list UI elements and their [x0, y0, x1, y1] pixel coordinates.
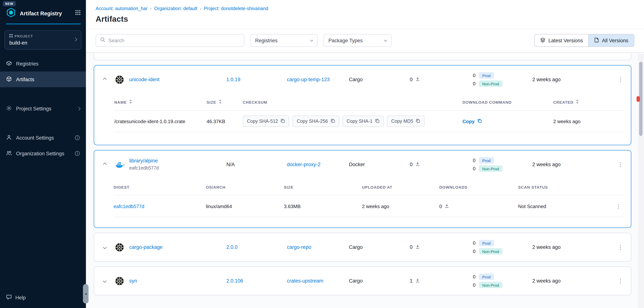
column-header: OS/ARCH	[206, 185, 226, 189]
download-icon	[415, 77, 420, 82]
files-table: NAME SIZE CHECKSUM DOWNLOAD COMMAND CREA…	[94, 94, 631, 145]
sidebar-item-project-settings[interactable]: Project Settings	[0, 101, 86, 116]
artifact-registry-link[interactable]: docker-proxy-2	[287, 162, 320, 167]
latest-versions-label: Latest Versions	[548, 38, 583, 43]
row-menu-button[interactable]: ⋮	[614, 243, 627, 251]
filters-toolbar: Registries Package Types Latest Versions…	[86, 29, 644, 53]
sidebar-collapse-handle[interactable]: ◂	[83, 284, 88, 303]
row-menu-button[interactable]: ⋮	[614, 277, 627, 285]
column-header: UPLOADED AT	[362, 185, 392, 189]
sidebar-item-artifacts[interactable]: Artifacts	[0, 71, 86, 87]
artifact-version-link[interactable]: 1.0.19	[226, 77, 240, 82]
sidebar-item-organization-settings[interactable]: Organization Settings	[0, 145, 86, 161]
package-type: Cargo	[349, 244, 363, 250]
info-icon	[75, 135, 80, 140]
digest-link[interactable]: eafc1edb577d	[114, 203, 144, 209]
copy-sha1-button[interactable]: Copy SHA-1	[342, 116, 384, 127]
breadcrumb-organization-link[interactable]: Organization: default	[154, 6, 197, 12]
chevron-down-icon	[310, 38, 313, 42]
copy-link-label: Copy	[462, 119, 474, 124]
organization-icon	[6, 150, 12, 157]
non-prod-count: 0	[472, 81, 476, 86]
file-name: /cratesunicode-ident-1.0.19.crate	[114, 118, 206, 124]
sort-icon[interactable]	[576, 99, 579, 105]
help-chat-icon	[6, 294, 12, 301]
row-menu-button[interactable]: ⋮	[614, 160, 627, 169]
copy-download-command-link[interactable]: Copy	[462, 119, 482, 124]
chevron-right-icon	[77, 107, 80, 110]
artifact-name-link[interactable]: cargo-package	[129, 244, 163, 250]
artifact-name-link[interactable]: unicode-ident	[129, 77, 160, 82]
prod-badge: Prod	[479, 274, 494, 280]
sidebar-item-label: Account Settings	[16, 135, 54, 140]
breadcrumb-separator: ›	[200, 6, 201, 12]
artifact-version: N/A	[226, 162, 235, 167]
artifact-registry-link[interactable]: crates-upstream	[287, 278, 323, 284]
copy-icon	[330, 118, 335, 124]
artifact-registry-link[interactable]: cargo-repo	[287, 244, 311, 250]
breadcrumb-account-link[interactable]: Account: automation_har	[96, 6, 148, 12]
breadcrumb-project-link[interactable]: Project: donotdelete-shivanand	[204, 6, 268, 12]
vertical-scrollbar[interactable]	[638, 54, 644, 308]
copy-sha256-button[interactable]: Copy SHA-256	[293, 116, 339, 127]
page-header: Account: automation_har › Organization: …	[86, 0, 644, 29]
sidebar-item-registries[interactable]: Registries	[0, 56, 86, 71]
row-menu-button[interactable]: ⋮	[614, 75, 627, 84]
created-time: 2 weeks ago	[532, 278, 561, 284]
package-type: Cargo	[349, 77, 363, 82]
scrollbar-red-marker	[636, 96, 640, 102]
partially-visible-card	[94, 53, 631, 60]
artifact-registry-link[interactable]: cargo-up-temp-123	[287, 77, 330, 82]
chevron-up-icon	[103, 78, 106, 81]
non-prod-badge: Non-Prod	[479, 166, 502, 172]
chevron-up-icon	[103, 163, 106, 166]
artifact-name-link[interactable]: library/alpine	[129, 158, 158, 164]
artifact-version-link[interactable]: 2.0.0	[226, 244, 238, 250]
download-count: 0	[410, 162, 412, 167]
artifact-card-unicode-ident: unicode-ident 1.0.19 cargo-up-temp-123 C…	[94, 65, 631, 145]
collapse-row-button[interactable]	[100, 160, 110, 169]
row-menu-button[interactable]: ⋮	[612, 202, 625, 210]
download-count: 1	[410, 278, 412, 284]
prod-count: 0	[472, 274, 476, 279]
artifact-row: library/alpine eafc1edb577d N/A docker-p…	[94, 150, 631, 179]
sidebar-item-account-settings[interactable]: Account Settings	[0, 130, 86, 145]
artifact-registry-logo-icon[interactable]	[6, 8, 16, 19]
info-icon	[75, 151, 80, 156]
created-time: 2 weeks ago	[532, 77, 561, 82]
registries-filter-dropdown[interactable]: Registries	[250, 34, 318, 47]
project-selector[interactable]: PROJECT build-en	[4, 30, 82, 50]
prod-count: 0	[472, 240, 476, 246]
artifact-version-link[interactable]: 2.0.106	[226, 278, 243, 284]
non-prod-count: 0	[472, 166, 476, 171]
column-header: NAME	[114, 100, 127, 104]
collapse-row-button[interactable]	[100, 75, 110, 84]
column-header: CHECKSUM	[243, 100, 267, 104]
expand-row-button[interactable]	[100, 242, 110, 252]
cargo-package-icon	[115, 276, 129, 285]
sort-icon[interactable]	[129, 99, 132, 105]
artifact-row: unicode-ident 1.0.19 cargo-up-temp-123 C…	[94, 66, 631, 94]
download-count: 0	[410, 244, 412, 250]
chevron-down-icon	[384, 38, 387, 42]
artifact-name-link[interactable]: syn	[129, 278, 137, 283]
sort-icon[interactable]	[218, 99, 222, 105]
sidebar-item-help[interactable]: Help	[0, 291, 32, 304]
package-type: Docker	[349, 162, 365, 167]
artifact-card-library-alpine: library/alpine eafc1edb577d N/A docker-p…	[94, 150, 631, 228]
package-types-filter-dropdown[interactable]: Package Types	[324, 34, 392, 47]
created-time: 2 weeks ago	[532, 244, 561, 250]
copy-sha512-button[interactable]: Copy SHA-512	[243, 116, 289, 127]
package-type: Cargo	[349, 278, 363, 284]
package-types-filter-label: Package Types	[328, 38, 363, 43]
sidebar: NEW Artifact Registry PROJECT build-en R…	[0, 0, 86, 308]
latest-versions-button[interactable]: Latest Versions	[534, 34, 589, 47]
all-versions-button[interactable]: All Versions	[589, 34, 634, 47]
column-header: SIZE	[284, 185, 294, 189]
search-input[interactable]	[108, 38, 240, 43]
copy-md5-button[interactable]: Copy MD5	[387, 116, 424, 127]
registries-filter-label: Registries	[255, 38, 278, 43]
expand-row-button[interactable]	[100, 276, 110, 286]
module-grid-icon[interactable]	[75, 10, 81, 17]
account-icon	[6, 134, 12, 141]
